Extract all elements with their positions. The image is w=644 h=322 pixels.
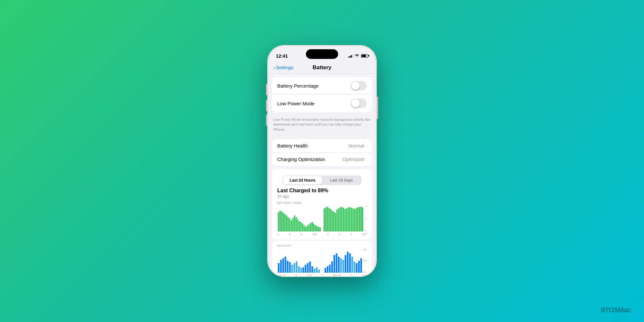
act-time-9: 9 <box>295 274 297 276</box>
charging-optimization-value-text: Optimized <box>342 156 364 162</box>
back-label: Settings <box>276 65 293 70</box>
svg-rect-28 <box>316 226 317 232</box>
svg-rect-52 <box>357 207 358 232</box>
battery-health-value-text: Normal <box>348 143 364 148</box>
act-time-feb20: Feb 20 <box>333 274 341 276</box>
act-time-feb19: Feb 19 <box>277 274 285 276</box>
svg-rect-10 <box>288 217 289 232</box>
svg-rect-77 <box>309 261 311 273</box>
last-charged-title: Last Charged to 89% <box>277 188 367 194</box>
time-label-3: 3 <box>277 233 279 236</box>
signal-bar-2 <box>350 56 351 58</box>
battery-level-chart: 100% 50% 0% <box>277 206 367 232</box>
svg-text:30m: 30m <box>364 260 367 261</box>
svg-rect-94 <box>351 257 353 273</box>
signal-bar-1 <box>348 56 349 58</box>
status-bar: 12:41 <box>268 46 376 62</box>
svg-text:0m: 0m <box>364 271 366 273</box>
toggles-section: Battery Percentage Low Power Mode <box>272 77 372 112</box>
svg-rect-93 <box>349 253 351 273</box>
signal-bar-3 <box>351 55 352 58</box>
time-label-9: 9 <box>301 233 302 236</box>
svg-rect-33 <box>327 207 328 232</box>
watermark: 9TO5Mac <box>601 306 631 314</box>
svg-rect-74 <box>302 267 304 273</box>
battery-health-row[interactable]: Battery Health Normal › <box>272 139 372 153</box>
back-button[interactable]: ‹ Settings <box>273 65 293 70</box>
svg-rect-70 <box>294 263 295 273</box>
svg-rect-69 <box>291 265 293 273</box>
svg-rect-65 <box>282 258 284 273</box>
svg-rect-97 <box>358 261 360 273</box>
activity-time-axis: Feb 19 9 12A 3 Feb 20 9 12P <box>277 274 367 276</box>
time-label-12a: 12A <box>312 233 317 236</box>
time-tab-bar: Last 24 Hours Last 10 Days <box>282 175 362 185</box>
signal-bars-icon <box>348 54 353 58</box>
status-icons <box>348 54 368 58</box>
svg-rect-71 <box>296 261 298 273</box>
status-time: 12:41 <box>276 53 288 59</box>
svg-rect-78 <box>311 266 313 273</box>
tab-24hours[interactable]: Last 24 Hours <box>283 176 322 185</box>
svg-rect-84 <box>329 265 331 273</box>
svg-rect-44 <box>345 209 346 232</box>
low-power-description: Low Power Mode temporarily reduces backg… <box>268 115 376 136</box>
chevron-left-icon: ‹ <box>273 65 275 70</box>
charging-optimization-label: Charging Optimization <box>277 156 325 162</box>
time-label-6p: 6 <box>339 233 340 236</box>
svg-rect-6 <box>281 212 282 232</box>
dynamic-island <box>306 49 338 59</box>
svg-rect-41 <box>340 207 341 232</box>
svg-rect-64 <box>280 260 282 273</box>
svg-text:100%: 100% <box>365 206 367 207</box>
svg-rect-21 <box>305 227 306 232</box>
svg-rect-13 <box>292 218 294 232</box>
battery-time-axis: 3 6 9 12A 3 6 9 12P <box>277 233 367 236</box>
svg-rect-55 <box>362 207 363 232</box>
phone-screen: 12:41 <box>268 46 376 276</box>
svg-rect-11 <box>289 219 290 232</box>
svg-rect-42 <box>341 207 343 232</box>
act-time-3: 3 <box>321 274 323 276</box>
act-time-9p: 9 <box>351 274 352 276</box>
battery-fill <box>362 55 366 57</box>
svg-rect-63 <box>278 263 279 273</box>
svg-rect-47 <box>349 207 350 232</box>
low-power-mode-toggle[interactable] <box>351 99 367 108</box>
svg-rect-68 <box>289 262 291 273</box>
svg-rect-7 <box>283 213 284 232</box>
svg-rect-72 <box>298 266 300 273</box>
svg-rect-23 <box>308 224 309 232</box>
svg-rect-31 <box>324 208 325 232</box>
svg-rect-17 <box>299 221 300 232</box>
svg-rect-92 <box>347 252 348 273</box>
svg-rect-90 <box>343 260 344 273</box>
svg-rect-9 <box>286 215 287 232</box>
charging-optimization-row[interactable]: Charging Optimization Optimized › <box>272 153 372 166</box>
battery-percentage-row: Battery Percentage <box>272 77 372 95</box>
svg-rect-75 <box>305 265 306 273</box>
nav-title: Battery <box>313 64 332 71</box>
svg-rect-35 <box>330 209 331 232</box>
svg-rect-40 <box>338 208 339 232</box>
phone-shell: 12:41 <box>267 45 377 277</box>
battery-percentage-label: Battery Percentage <box>277 83 318 89</box>
svg-rect-54 <box>360 207 362 232</box>
battery-percentage-toggle[interactable] <box>351 81 367 90</box>
svg-rect-29 <box>318 227 319 232</box>
svg-rect-98 <box>360 258 362 273</box>
svg-rect-83 <box>327 266 328 273</box>
tab-10days[interactable]: Last 10 Days <box>322 176 361 185</box>
svg-text:0%: 0% <box>365 230 367 232</box>
svg-rect-87 <box>336 253 337 273</box>
svg-rect-53 <box>359 207 360 232</box>
svg-rect-25 <box>311 222 313 232</box>
battery-status-icon <box>361 54 368 58</box>
scroll-content: Battery Percentage Low Power Mode Low Po… <box>268 74 376 276</box>
last-charged-subtitle: 1h ago <box>277 194 367 199</box>
svg-rect-86 <box>334 255 335 273</box>
svg-rect-27 <box>315 225 316 232</box>
signal-bar-4 <box>352 54 353 58</box>
svg-rect-96 <box>356 263 357 273</box>
time-label-6: 6 <box>289 233 290 236</box>
